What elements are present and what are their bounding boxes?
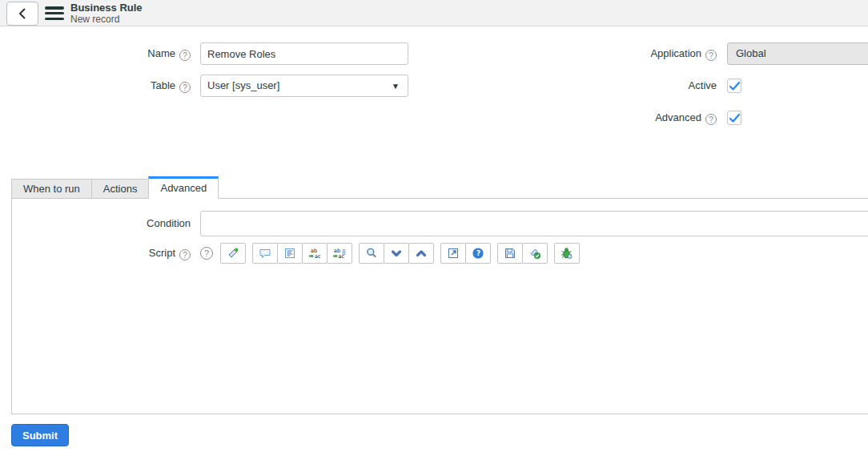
find-next-icon[interactable] <box>384 243 409 264</box>
condition-label: Condition <box>0 211 191 236</box>
replace-all-icon[interactable]: abac <box>327 243 352 264</box>
field-help-icon[interactable]: ? <box>179 82 191 93</box>
chevron-left-icon <box>18 8 26 19</box>
checkmark-icon <box>729 82 740 91</box>
context-menu-icon[interactable] <box>45 6 64 20</box>
debug-icon[interactable] <box>554 243 580 264</box>
back-button[interactable] <box>6 2 38 26</box>
edit-script-icon[interactable] <box>220 243 246 264</box>
active-checkbox[interactable] <box>727 79 741 93</box>
header-bar: Business Rule New record <box>0 0 868 26</box>
script-help-icon[interactable]: ? <box>200 247 213 260</box>
svg-text:ac: ac <box>315 253 321 260</box>
table-select[interactable]: User [sys_user] ▼ <box>200 75 408 97</box>
field-help-icon[interactable]: ? <box>179 249 191 260</box>
script-label: Script? <box>0 243 191 264</box>
tab-strip: When to run Actions Advanced <box>11 176 218 199</box>
field-help-icon[interactable]: ? <box>705 114 717 125</box>
page-title: Business Rule <box>70 2 143 14</box>
submit-button[interactable]: Submit <box>11 424 69 446</box>
dropdown-arrow-icon: ▼ <box>392 75 400 97</box>
business-rule-form: Business Rule New record Name? Applicati… <box>0 0 868 452</box>
save-icon[interactable] <box>497 243 523 264</box>
format-code-icon[interactable] <box>277 243 303 264</box>
fullscreen-icon[interactable] <box>440 243 466 264</box>
advanced-label: Advanced? <box>520 107 717 129</box>
active-label: Active <box>520 75 717 97</box>
field-help-icon[interactable]: ? <box>179 50 191 61</box>
table-label: Table? <box>0 75 191 97</box>
advanced-checkbox[interactable] <box>727 111 741 125</box>
tab-actions[interactable]: Actions <box>91 179 150 199</box>
toggle-comment-icon[interactable] <box>252 243 278 264</box>
application-field: Global <box>727 42 868 65</box>
checkmark-icon <box>729 114 740 123</box>
condition-input[interactable] <box>200 211 868 236</box>
page-subtitle: New record <box>70 14 143 25</box>
syntax-check-icon[interactable] <box>522 243 548 264</box>
help-icon[interactable]: ? <box>465 243 491 264</box>
name-input[interactable] <box>200 42 408 65</box>
replace-icon[interactable]: abac <box>302 243 328 264</box>
name-label: Name? <box>0 42 191 65</box>
field-help-icon[interactable]: ? <box>705 50 717 61</box>
tab-advanced[interactable]: Advanced <box>148 176 219 199</box>
find-previous-icon[interactable] <box>408 243 434 264</box>
search-icon[interactable] <box>359 243 384 264</box>
script-toolbar: ? abac abac <box>200 243 586 264</box>
application-label: Application? <box>520 42 717 65</box>
tab-when-to-run[interactable]: When to run <box>11 179 92 199</box>
svg-text:?: ? <box>476 248 481 257</box>
